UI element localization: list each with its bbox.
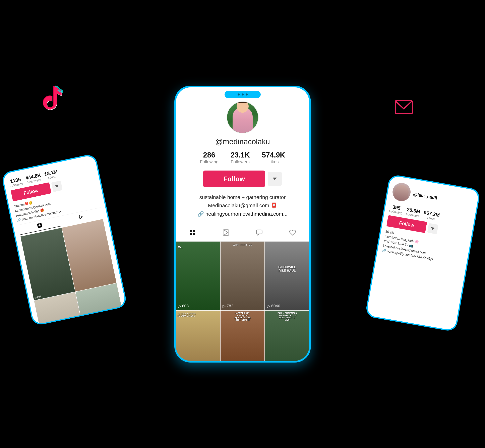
- notch-dot-3: [246, 94, 248, 96]
- left-video-grid: ▷ 608: [20, 219, 126, 325]
- center-video-2[interactable]: WHAT I THRIFTED ▷ 782: [220, 241, 265, 310]
- center-bio: sustainable home + gathering curator Med…: [189, 193, 295, 218]
- center-tab-comment[interactable]: [242, 224, 276, 241]
- center-stat-followers: 23.1K Followers: [231, 151, 250, 165]
- center-stat-likes: 574.9K Likes: [262, 151, 285, 165]
- right-stat-followers: 20.6M Followers: [406, 207, 421, 218]
- center-username: @medinacolaku: [215, 137, 270, 146]
- video-count-3: ▷ 6046: [267, 304, 280, 308]
- goodwill-overlay: GOODWILLRISE HAUL: [278, 265, 296, 273]
- center-video-3[interactable]: GOODWILLRISE HAUL ▷ 6046: [265, 241, 309, 310]
- phone-notch: [225, 91, 261, 98]
- right-phone-card: @lala_sadii 395 Following 20.6M Follower…: [365, 174, 481, 332]
- right-avatar: [391, 181, 412, 202]
- svg-rect-1: [37, 223, 39, 226]
- center-avatar: [226, 101, 259, 133]
- center-video-grid: Gi... ▷ 608 WHAT I THRIFTED ▷ 782 GOODWI…: [176, 241, 309, 361]
- svg-rect-7: [193, 230, 195, 232]
- center-tab-heart[interactable]: [276, 224, 309, 241]
- left-dropdown-button[interactable]: [51, 181, 63, 192]
- email-icon: [395, 100, 413, 114]
- right-dropdown-button[interactable]: [427, 223, 438, 234]
- right-stat-following: 395 Following: [389, 204, 404, 215]
- left-stat-likes: 18.1M Likes: [44, 168, 59, 180]
- center-stats-row: 286 Following 23.1K Followers 574.9K Lik…: [200, 151, 285, 165]
- left-stat-following: 1135 Following: [8, 176, 24, 188]
- center-phone: @medinacolaku 286 Following 23.1K Follow…: [174, 86, 311, 362]
- center-tab-grid[interactable]: [176, 224, 209, 241]
- svg-rect-2: [39, 223, 42, 225]
- svg-marker-10: [224, 230, 228, 235]
- right-username: @lala_sadii: [413, 192, 437, 201]
- center-video-5[interactable]: HAPPY FRIDAY!running veryimportant erran…: [220, 311, 265, 361]
- svg-rect-12: [256, 230, 262, 234]
- dropdown-button[interactable]: [268, 172, 282, 186]
- right-stat-likes: 967.2M Likes: [423, 210, 440, 222]
- notch-dot-1: [238, 94, 240, 96]
- video-count-2: ▷ 782: [223, 304, 233, 308]
- notch-dot-2: [242, 94, 244, 96]
- left-stat-followers: 444.8K Followers: [25, 172, 42, 184]
- center-tab-play[interactable]: [209, 224, 242, 241]
- center-video-4[interactable]: TV NOOK & DININGROOM UPDATES... ▷ 123: [176, 311, 220, 361]
- center-action-row: Follow: [203, 170, 282, 187]
- video-count-1: ▷ 608: [178, 304, 189, 308]
- center-tab-row: [176, 224, 309, 241]
- svg-rect-3: [38, 226, 40, 228]
- svg-rect-4: [40, 225, 42, 227]
- svg-rect-9: [193, 233, 195, 235]
- tiktok-logo: [40, 84, 64, 112]
- center-stat-following: 286 Following: [200, 151, 218, 165]
- chevron-down-icon: [273, 177, 277, 180]
- chevron-down-icon: [55, 184, 59, 188]
- svg-rect-8: [190, 233, 192, 235]
- svg-rect-6: [190, 230, 192, 232]
- center-video-6[interactable]: FALL + CHRISTMASHOME DECOR YOUDON'T WANT…: [265, 311, 309, 361]
- left-phone-card: 1135 Following 444.8K Followers 18.1M Li…: [1, 153, 128, 326]
- center-video-1[interactable]: Gi... ▷ 608: [176, 241, 220, 310]
- svg-marker-5: [79, 215, 82, 219]
- follow-button[interactable]: Follow: [203, 170, 265, 187]
- chevron-down-icon: [431, 227, 435, 230]
